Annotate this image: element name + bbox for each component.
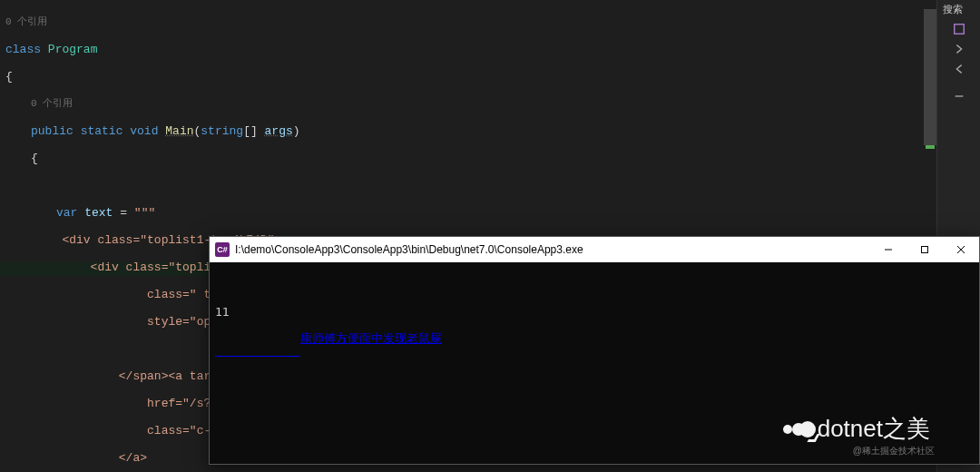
string-open: """ <box>134 206 155 220</box>
param-type: string <box>201 124 243 138</box>
svg-rect-3 <box>922 247 928 253</box>
svg-rect-0 <box>955 25 965 34</box>
brackets: [] <box>243 124 258 138</box>
chevron-left-icon[interactable] <box>937 59 980 79</box>
kw-class: class <box>5 43 41 56</box>
credit-text: @稀土掘金技术社区 <box>853 445 935 457</box>
tool-icon[interactable] <box>937 19 980 39</box>
console-titlebar[interactable]: C# I:\demo\ConsoleApp3\ConsoleApp3\bin\D… <box>210 237 979 262</box>
param-name: args <box>265 124 293 138</box>
kw-static: static <box>81 124 123 138</box>
scroll-marker <box>926 145 935 149</box>
wechat-icon <box>783 418 812 441</box>
class-name: Program <box>48 43 98 56</box>
method-name: Main <box>165 124 193 138</box>
close-button[interactable] <box>943 237 979 262</box>
app-icon: C# <box>215 242 230 257</box>
kw-void: void <box>130 124 158 138</box>
brace-open: { <box>5 70 13 84</box>
watermark-logo: dotnet之美 <box>783 413 930 445</box>
minimize-button[interactable] <box>870 237 906 262</box>
maximize-button[interactable] <box>906 237 943 262</box>
console-title: I:\demo\ConsoleApp3\ConsoleApp3\bin\Debu… <box>235 243 870 256</box>
kw-public: public <box>31 124 74 138</box>
watermark-text: dotnet之美 <box>818 413 930 445</box>
codelens-refs[interactable]: 0 个引用 <box>5 15 936 29</box>
chevron-right-icon[interactable] <box>937 39 980 59</box>
var-name: text <box>84 206 113 220</box>
search-label: 搜索 <box>937 0 980 19</box>
scroll-thumb[interactable] <box>924 9 936 145</box>
kw-var: var <box>56 206 77 220</box>
minus-icon[interactable] <box>937 86 980 106</box>
codelens-refs[interactable]: 0 个引用 <box>5 97 936 111</box>
